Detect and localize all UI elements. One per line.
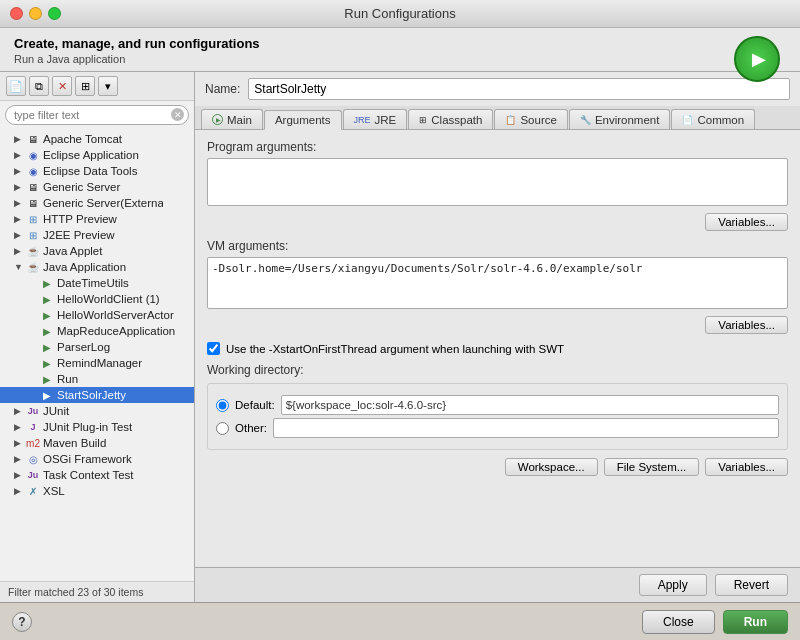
search-box-wrap: ✕ <box>5 105 189 125</box>
tree-label: JUnit Plug-in Test <box>43 421 132 433</box>
tree-label: HelloWorldClient (1) <box>57 293 160 305</box>
tab-environment-label: Environment <box>595 114 660 126</box>
server-icon: 🖥 <box>26 132 40 146</box>
tree-item-java-applet[interactable]: ▶ ☕ Java Applet <box>0 243 194 259</box>
new-config-button[interactable]: 📄 <box>6 76 26 96</box>
other-radio[interactable] <box>216 422 229 435</box>
tree-label: Apache Tomcat <box>43 133 122 145</box>
default-radio[interactable] <box>216 399 229 412</box>
revert-button[interactable]: Revert <box>715 574 788 596</box>
tab-environment[interactable]: 🔧 Environment <box>569 109 671 129</box>
footer-right: Close Run <box>642 610 788 634</box>
tree-item-xsl[interactable]: ▶ ✗ XSL <box>0 483 194 499</box>
header-subtitle: Run a Java application <box>14 53 786 65</box>
swt-checkbox[interactable] <box>207 342 220 355</box>
expand-icon: ▶ <box>14 438 26 448</box>
tree-item-task-context[interactable]: ▶ Ju Task Context Test <box>0 467 194 483</box>
tab-jre[interactable]: JRE JRE <box>343 109 408 129</box>
tree-label: Generic Server(External La <box>43 197 163 209</box>
tree-item-j2ee-preview[interactable]: ▶ ⊞ J2EE Preview <box>0 227 194 243</box>
tree-item-mapreduceapp[interactable]: ▶ MapReduceApplication <box>0 323 194 339</box>
xsl-icon: ✗ <box>26 484 40 498</box>
tree-label: XSL <box>43 485 65 497</box>
run-play-button[interactable] <box>734 36 780 82</box>
vm-args-label: VM arguments: <box>207 239 788 253</box>
help-button[interactable]: ? <box>12 612 32 632</box>
tree-item-apache-tomcat[interactable]: ▶ 🖥 Apache Tomcat <box>0 131 194 147</box>
tree-item-remindmanager[interactable]: ▶ RemindManager <box>0 355 194 371</box>
tree-item-junit[interactable]: ▶ Ju JUnit <box>0 403 194 419</box>
default-label: Default: <box>235 399 275 411</box>
play-icon <box>212 114 223 125</box>
tree-item-osgi[interactable]: ▶ ◎ OSGi Framework <box>0 451 194 467</box>
tab-common[interactable]: 📄 Common <box>671 109 755 129</box>
variables-button-2[interactable]: Variables... <box>705 316 788 334</box>
tree-label: Eclipse Data Tools <box>43 165 137 177</box>
bottom-bar: Apply Revert <box>195 567 800 602</box>
tree-item-helloworldclient[interactable]: ▶ HelloWorldClient (1) <box>0 291 194 307</box>
workspace-button[interactable]: Workspace... <box>505 458 598 476</box>
maximize-window-btn[interactable] <box>48 7 61 20</box>
delete-config-button[interactable]: ✕ <box>52 76 72 96</box>
copy-config-button[interactable]: ⧉ <box>29 76 49 96</box>
tree-item-datetimeutils[interactable]: ▶ DateTimeUtils <box>0 275 194 291</box>
swt-checkbox-row: Use the -XstartOnFirstThread argument wh… <box>207 342 788 355</box>
eclipse-icon: ◉ <box>26 148 40 162</box>
expand-icon: ▶ <box>14 198 26 208</box>
collapse-button[interactable]: ▾ <box>98 76 118 96</box>
tree-label: JUnit <box>43 405 69 417</box>
tab-main[interactable]: Main <box>201 109 263 129</box>
tree-item-parserlog[interactable]: ▶ ParserLog <box>0 339 194 355</box>
tab-arguments[interactable]: Arguments <box>264 110 342 130</box>
tree-item-eclipse-data[interactable]: ▶ ◉ Eclipse Data Tools <box>0 163 194 179</box>
search-clear-button[interactable]: ✕ <box>171 108 184 121</box>
common-icon: 📄 <box>682 115 693 125</box>
name-input[interactable] <box>248 78 790 100</box>
apply-revert-row: Apply Revert <box>639 574 788 596</box>
tree-item-helloworldserveractor[interactable]: ▶ HelloWorldServerActor <box>0 307 194 323</box>
search-input[interactable] <box>5 105 189 125</box>
run-icon: ▶ <box>40 292 54 306</box>
apply-button[interactable]: Apply <box>639 574 707 596</box>
tree-item-java-application[interactable]: ▼ ☕ Java Application <box>0 259 194 275</box>
tree-item-run[interactable]: ▶ Run <box>0 371 194 387</box>
tree-item-eclipse-app[interactable]: ▶ ◉ Eclipse Application <box>0 147 194 163</box>
tree-item-generic-server[interactable]: ▶ 🖥 Generic Server <box>0 179 194 195</box>
default-value-input <box>281 395 779 415</box>
tree-item-startsolrjetty[interactable]: ▶ StartSolrJetty <box>0 387 194 403</box>
other-value-input[interactable] <box>273 418 779 438</box>
variables-button-1[interactable]: Variables... <box>705 213 788 231</box>
close-window-btn[interactable] <box>10 7 23 20</box>
tree-item-generic-server-ext[interactable]: ▶ 🖥 Generic Server(External La <box>0 195 194 211</box>
tree-label: HelloWorldServerActor <box>57 309 174 321</box>
jre-icon: JRE <box>354 115 371 125</box>
variables-button-3[interactable]: Variables... <box>705 458 788 476</box>
tree-label: HTTP Preview <box>43 213 117 225</box>
bottom-buttons-row: Workspace... File System... Variables... <box>207 458 788 476</box>
window-controls <box>10 7 61 20</box>
close-button[interactable]: Close <box>642 610 715 634</box>
minimize-window-btn[interactable] <box>29 7 42 20</box>
tree-label: StartSolrJetty <box>57 389 126 401</box>
filter-button[interactable]: ⊞ <box>75 76 95 96</box>
window-title: Run Configurations <box>344 6 455 21</box>
expand-icon: ▶ <box>14 214 26 224</box>
tree-item-http-preview[interactable]: ▶ ⊞ HTTP Preview <box>0 211 194 227</box>
tree-item-junit-plugin[interactable]: ▶ J JUnit Plug-in Test <box>0 419 194 435</box>
name-row: Name: <box>195 72 800 106</box>
classpath-icon: ⊞ <box>419 115 427 125</box>
vm-args-textarea[interactable]: -Dsolr.home=/Users/xiangyu/Documents/Sol… <box>207 257 788 309</box>
expand-icon: ▶ <box>14 150 26 160</box>
tab-source[interactable]: 📋 Source <box>494 109 567 129</box>
expand-icon: ▶ <box>14 134 26 144</box>
tab-arguments-label: Arguments <box>275 114 331 126</box>
filesystem-button[interactable]: File System... <box>604 458 700 476</box>
tree-label: ParserLog <box>57 341 110 353</box>
tree-area: ▶ 🖥 Apache Tomcat ▶ ◉ Eclipse Applicatio… <box>0 129 194 581</box>
tree-item-maven-build[interactable]: ▶ m2 Maven Build <box>0 435 194 451</box>
working-dir-label: Working directory: <box>207 363 788 377</box>
program-args-textarea[interactable] <box>207 158 788 206</box>
tab-classpath[interactable]: ⊞ Classpath <box>408 109 493 129</box>
source-icon: 📋 <box>505 115 516 125</box>
run-button[interactable]: Run <box>723 610 788 634</box>
